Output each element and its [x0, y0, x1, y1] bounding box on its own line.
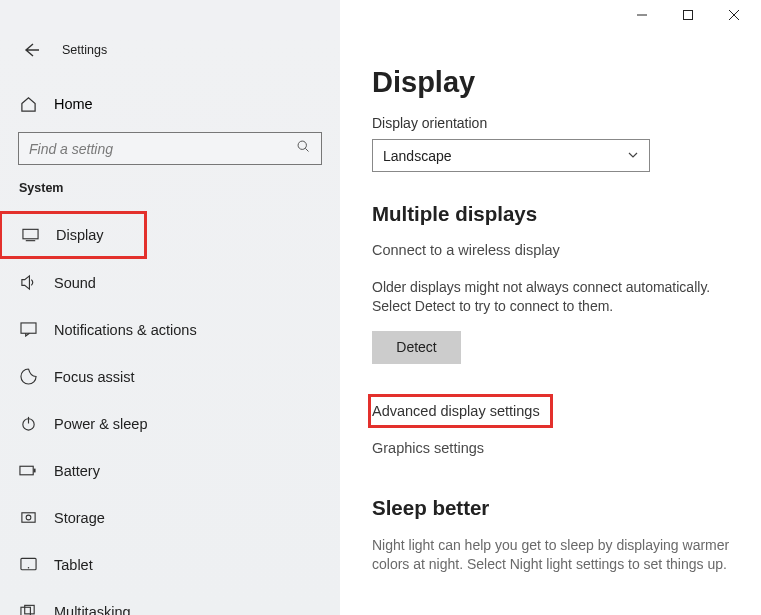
- sidebar-item-label: Tablet: [54, 557, 93, 573]
- orientation-select[interactable]: Landscape: [372, 139, 650, 172]
- sidebar-item-label: Storage: [54, 510, 105, 526]
- svg-point-4: [298, 141, 306, 149]
- orientation-value: Landscape: [383, 148, 452, 164]
- svg-rect-11: [20, 466, 33, 475]
- sidebar-item-display[interactable]: Display: [0, 211, 147, 259]
- sidebar-item-notifications[interactable]: Notifications & actions: [0, 306, 340, 353]
- svg-rect-1: [684, 11, 693, 20]
- sidebar-item-focus-assist[interactable]: Focus assist: [0, 353, 340, 400]
- chevron-down-icon: [627, 148, 639, 164]
- sidebar-item-battery[interactable]: Battery: [0, 447, 340, 494]
- notifications-icon: [19, 321, 37, 339]
- category-label: System: [0, 181, 340, 195]
- tablet-icon: [19, 556, 37, 574]
- advanced-display-link[interactable]: Advanced display settings: [368, 394, 553, 428]
- sidebar-item-sound[interactable]: Sound: [0, 259, 340, 306]
- svg-rect-12: [34, 468, 36, 472]
- sleep-better-header: Sleep better: [372, 496, 739, 520]
- svg-rect-13: [21, 513, 34, 522]
- svg-line-5: [305, 148, 308, 151]
- multiple-displays-header: Multiple displays: [372, 202, 739, 226]
- home-icon: [19, 95, 37, 113]
- window-title: Settings: [62, 43, 107, 57]
- orientation-label: Display orientation: [372, 115, 739, 131]
- sidebar-item-label: Focus assist: [54, 369, 135, 385]
- storage-icon: [19, 509, 37, 527]
- sidebar-item-storage[interactable]: Storage: [0, 494, 340, 541]
- power-icon: [19, 415, 37, 433]
- search-icon: [296, 139, 311, 158]
- svg-rect-18: [24, 605, 33, 614]
- older-displays-text: Older displays might not always connect …: [372, 278, 732, 316]
- home-label: Home: [54, 96, 93, 112]
- svg-rect-8: [21, 323, 36, 333]
- sidebar-item-label: Sound: [54, 275, 96, 291]
- maximize-button[interactable]: [665, 0, 711, 30]
- sidebar-item-label: Multitasking: [54, 604, 131, 616]
- sidebar-item-home[interactable]: Home: [0, 86, 340, 122]
- back-button[interactable]: [22, 41, 40, 59]
- svg-rect-6: [22, 229, 37, 238]
- main-content: Display Display orientation Landscape Mu…: [340, 32, 761, 615]
- detect-button[interactable]: Detect: [372, 331, 461, 364]
- sleep-better-text: Night light can help you get to sleep by…: [372, 536, 732, 574]
- multitasking-icon: [19, 603, 37, 616]
- connect-wireless-link[interactable]: Connect to a wireless display: [372, 242, 739, 258]
- titlebar: [0, 0, 761, 32]
- sound-icon: [19, 274, 37, 292]
- sidebar: Settings Home System Display Sound: [0, 32, 340, 615]
- close-button[interactable]: [711, 0, 757, 30]
- sidebar-item-multitasking[interactable]: Multitasking: [0, 588, 340, 615]
- sidebar-item-tablet[interactable]: Tablet: [0, 541, 340, 588]
- sidebar-item-label: Display: [56, 227, 104, 243]
- focus-assist-icon: [19, 368, 37, 386]
- search-input[interactable]: [29, 141, 269, 157]
- sidebar-item-power-sleep[interactable]: Power & sleep: [0, 400, 340, 447]
- minimize-button[interactable]: [619, 0, 665, 30]
- svg-point-16: [27, 567, 29, 569]
- svg-point-14: [26, 515, 31, 520]
- sidebar-item-label: Battery: [54, 463, 100, 479]
- sidebar-item-label: Notifications & actions: [54, 322, 197, 338]
- page-title: Display: [372, 66, 739, 99]
- battery-icon: [19, 462, 37, 480]
- search-box[interactable]: [18, 132, 322, 165]
- graphics-settings-link[interactable]: Graphics settings: [372, 440, 739, 456]
- sidebar-item-label: Power & sleep: [54, 416, 148, 432]
- display-icon: [21, 226, 39, 244]
